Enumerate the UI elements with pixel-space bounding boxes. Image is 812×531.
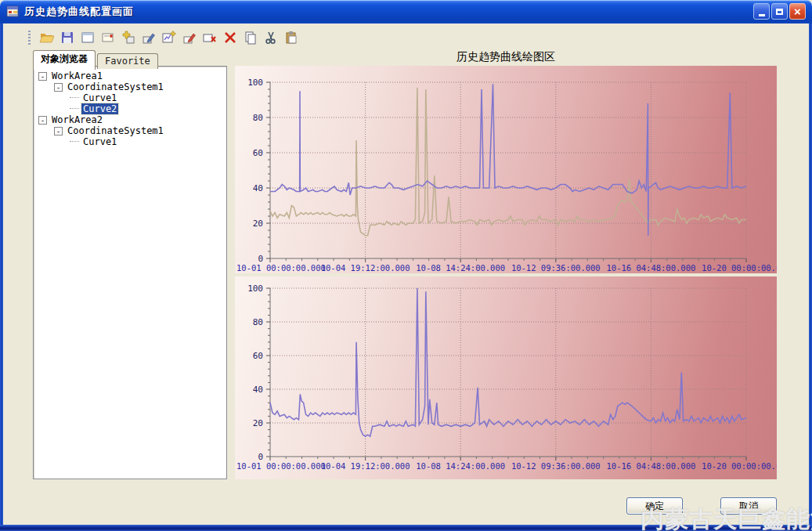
svg-text:100: 100 — [247, 78, 263, 88]
minimize-icon[interactable] — [753, 3, 770, 20]
cut-icon[interactable] — [261, 28, 281, 47]
config-dialog-window: 历史趋势曲线配置画面 × 对象浏览器 Favorite -WorkArea1-C… — [0, 0, 812, 531]
tree-connector — [70, 141, 79, 143]
watermark-text: 内蒙古天巨鑫能源 — [641, 504, 812, 531]
new-window-icon[interactable] — [78, 28, 98, 47]
delete-icon[interactable] — [220, 28, 240, 47]
svg-text:10-12 09:36:00.000: 10-12 09:36:00.000 — [511, 263, 601, 273]
svg-text:80: 80 — [253, 113, 263, 123]
svg-text:60: 60 — [253, 351, 263, 361]
svg-text:10-01 00:00:00.000: 10-01 00:00:00.000 — [236, 263, 326, 273]
copy-icon[interactable] — [240, 28, 261, 47]
window-title: 历史趋势曲线配置画面 — [24, 5, 134, 19]
tree-expander-icon[interactable]: - — [38, 116, 47, 125]
form-icon[interactable] — [98, 28, 118, 47]
titlebar[interactable]: 历史趋势曲线配置画面 × — [0, 0, 812, 23]
svg-text:40: 40 — [253, 385, 263, 395]
tree-item-curve1[interactable]: Curve1 — [34, 92, 226, 103]
tree-item-coordinatesystem1[interactable]: -CoordinateSystem1 — [34, 125, 226, 136]
tree-item-label: CoordinateSystem1 — [66, 81, 165, 92]
tab-favorite[interactable]: Favorite — [97, 53, 158, 69]
svg-text:10-04 19:12:00.000: 10-04 19:12:00.000 — [321, 461, 410, 471]
add-item-icon[interactable] — [118, 28, 139, 47]
tree-connector — [70, 97, 79, 99]
window-border-right — [809, 23, 812, 525]
tree-item-coordinatesystem1[interactable]: -CoordinateSystem1 — [34, 81, 226, 92]
window-border-left — [0, 23, 3, 525]
toolbar-grip-icon[interactable] — [28, 31, 31, 45]
object-tree[interactable]: -WorkArea1-CoordinateSystem1Curve1Curve2… — [33, 66, 227, 479]
tree-item-label: Curve1 — [81, 92, 118, 103]
tree-expander-icon[interactable]: - — [38, 72, 47, 81]
tree-item-label: Curve2 — [81, 103, 118, 114]
tree-item-workarea2[interactable]: -WorkArea2 — [34, 114, 226, 125]
paste-icon[interactable] — [281, 28, 301, 47]
tree-item-workarea1[interactable]: -WorkArea1 — [34, 70, 226, 81]
close-icon[interactable]: × — [789, 3, 806, 20]
svg-text:60: 60 — [253, 148, 263, 158]
tree-item-label: CoordinateSystem1 — [66, 125, 165, 136]
svg-text:100: 100 — [247, 284, 263, 294]
chart-svg: 02040608010010-01 00:00:00.00010-04 19:1… — [235, 276, 777, 479]
svg-text:10-16 04:48:00.000: 10-16 04:48:00.000 — [607, 263, 696, 273]
add-chart-icon[interactable] — [159, 28, 179, 47]
svg-text:80: 80 — [253, 317, 263, 327]
edit-red-pencil-icon[interactable] — [179, 28, 200, 47]
save-icon[interactable] — [57, 28, 78, 47]
svg-text:10-20 00:00:00.000: 10-20 00:00:00.000 — [702, 263, 777, 273]
svg-text:10-08 14:24:00.000: 10-08 14:24:00.000 — [416, 461, 505, 471]
svg-text:20: 20 — [253, 418, 263, 428]
window-icon — [6, 5, 20, 18]
svg-text:10-08 14:24:00.000: 10-08 14:24:00.000 — [416, 263, 505, 273]
tree-expander-icon[interactable]: - — [54, 83, 63, 92]
delete-item-icon[interactable] — [200, 28, 220, 47]
tree-connector — [70, 108, 79, 110]
chart-area-title: 历史趋势曲线绘图区 — [235, 50, 777, 64]
tree-item-curve1[interactable]: Curve1 — [34, 136, 226, 147]
tree-expander-icon[interactable]: - — [54, 127, 63, 135]
tree-item-label: WorkArea2 — [50, 114, 104, 125]
svg-text:10-12 09:36:00.000: 10-12 09:36:00.000 — [511, 461, 601, 471]
svg-text:20: 20 — [253, 219, 263, 229]
tree-item-label: Curve1 — [81, 136, 118, 147]
edit-item-icon[interactable] — [139, 28, 159, 47]
toolbar — [28, 28, 301, 47]
tree-item-curve2[interactable]: Curve2 — [34, 103, 226, 114]
tree-item-label: WorkArea1 — [50, 70, 104, 81]
tab-object-browser[interactable]: 对象浏览器 — [33, 50, 96, 70]
svg-text:10-20 00:00:00.000: 10-20 00:00:00.000 — [702, 461, 777, 471]
svg-text:40: 40 — [253, 183, 263, 193]
chart-svg: 02040608010010-01 00:00:00.00010-04 19:1… — [235, 66, 777, 273]
sidebar-tabs: 对象浏览器 Favorite — [33, 49, 160, 69]
maximize-icon[interactable] — [771, 3, 788, 20]
svg-text:10-04 19:12:00.000: 10-04 19:12:00.000 — [321, 263, 410, 273]
trend-chart-upper: 02040608010010-01 00:00:00.00010-04 19:1… — [235, 66, 777, 273]
open-folder-icon[interactable] — [37, 28, 57, 47]
svg-text:10-01 00:00:00.000: 10-01 00:00:00.000 — [236, 461, 326, 471]
trend-chart-lower: 02040608010010-01 00:00:00.00010-04 19:1… — [235, 276, 777, 479]
svg-text:10-16 04:48:00.000: 10-16 04:48:00.000 — [607, 461, 696, 471]
